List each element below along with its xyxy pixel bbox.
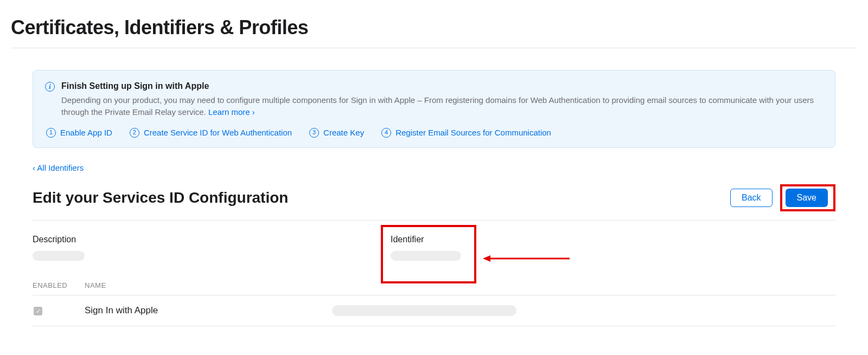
step-create-key[interactable]: 3 Create Key — [309, 128, 364, 138]
page-title: Certificates, Identifiers & Profiles — [11, 16, 857, 48]
col-name-header: NAME — [85, 281, 835, 289]
info-banner-text: Depending on your product, you may need … — [61, 95, 814, 117]
step-label: Enable App ID — [60, 128, 112, 137]
step-create-service-id[interactable]: 2 Create Service ID for Web Authenticati… — [130, 128, 292, 138]
back-button[interactable]: Back — [730, 189, 773, 207]
description-label: Description — [33, 235, 163, 244]
step-register-email-sources[interactable]: 4 Register Email Sources for Communicati… — [381, 128, 551, 138]
learn-more-link[interactable]: Learn more › — [208, 107, 255, 117]
step-number-icon: 4 — [381, 128, 391, 138]
divider — [33, 220, 835, 221]
section-title: Edit your Services ID Configuration — [33, 189, 288, 206]
identifier-label: Identifier — [391, 235, 521, 244]
table-row: ✓ Sign In with Apple — [33, 295, 835, 326]
enabled-checkbox[interactable]: ✓ — [34, 307, 42, 315]
description-value-redacted — [33, 251, 85, 261]
capability-detail-redacted — [332, 305, 516, 316]
step-number-icon: 3 — [309, 128, 319, 138]
save-button[interactable]: Save — [786, 189, 828, 207]
step-label: Register Email Sources for Communication — [395, 128, 551, 137]
identifier-field: Identifier — [391, 235, 521, 261]
svg-marker-1 — [483, 255, 490, 262]
info-banner-title: Finish Setting up Sign in with Apple — [61, 81, 823, 91]
step-enable-app-id[interactable]: 1 Enable App ID — [46, 128, 112, 138]
col-enabled-header: ENABLED — [33, 281, 71, 289]
step-number-icon: 2 — [130, 128, 139, 138]
setup-steps: 1 Enable App ID 2 Create Service ID for … — [45, 128, 823, 138]
step-label: Create Service ID for Web Authentication — [144, 128, 292, 137]
step-label: Create Key — [323, 128, 364, 137]
identifier-value-redacted — [391, 251, 461, 261]
info-banner: i Finish Setting up Sign in with Apple D… — [33, 70, 835, 148]
step-number-icon: 1 — [46, 128, 56, 138]
annotation-arrow-icon — [483, 255, 570, 262]
all-identifiers-link[interactable]: ‹ All Identifiers — [33, 163, 84, 172]
capability-table-head: ENABLED NAME — [33, 281, 835, 295]
info-banner-description: Depending on your product, you may need … — [61, 94, 823, 118]
info-icon: i — [45, 82, 55, 92]
annotation-highlight-save: Save — [780, 184, 835, 211]
description-field: Description — [33, 235, 163, 261]
capability-name: Sign In with Apple — [85, 305, 318, 316]
